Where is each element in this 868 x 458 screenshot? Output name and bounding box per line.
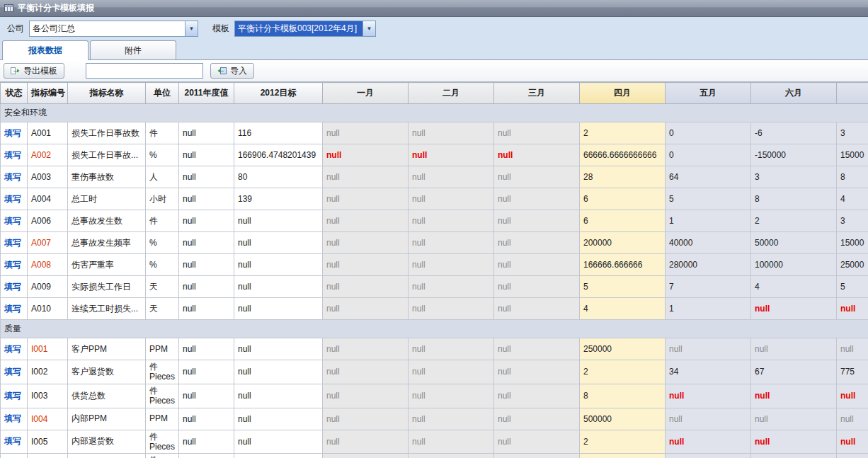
fill-link[interactable]: 填写 [4,344,21,354]
group-row: 安全和环境 [1,104,868,122]
export-icon [11,67,20,75]
fill-link[interactable]: 填写 [4,436,21,446]
month-value-cell: null [409,408,494,430]
month-value-cell: null [666,384,751,408]
month-value-cell: null [494,122,580,144]
month-value-cell: null [409,384,494,408]
status-cell: 填写 [1,254,28,276]
fill-link[interactable]: 填写 [4,367,21,377]
fill-link[interactable]: 填写 [4,216,21,226]
target-2012-cell: null [234,384,323,408]
table-header: 状态指标编号指标名称单位2011年度值2012目标一月二月三月四月五月六月 [1,83,868,104]
month-value-cell: null [494,298,580,320]
import-button[interactable]: 导入 [210,63,254,79]
month-value-cell: null [323,298,409,320]
month-value-cell: null [409,298,494,320]
chevron-down-icon[interactable]: ▼ [362,21,375,36]
company-select[interactable]: 各公司汇总 ▼ [29,21,198,37]
month-value-cell: null [494,144,580,166]
month-value-cell: 25000 [837,254,868,276]
unit-cell: 人 [146,166,179,188]
fill-link[interactable]: 填写 [4,413,21,423]
month-value-cell: null [323,384,409,408]
month-value-cell: 4 [580,298,666,320]
group-title: 质量 [1,320,868,338]
month-value-cell: 0 [666,144,751,166]
company-label: 公司 [7,23,24,35]
status-cell: 填写 [1,408,28,430]
chevron-down-icon[interactable]: ▼ [185,21,198,36]
month-value-cell: null [323,360,409,384]
month-value-cell: null [751,454,837,458]
month-value-cell: null [837,384,868,408]
fill-link[interactable]: 填写 [4,150,21,160]
scorecard-table: 状态指标编号指标名称单位2011年度值2012目标一月二月三月四月五月六月 安全… [0,82,868,458]
month-value-cell: 500000 [580,408,666,430]
window-title: 平衡计分卡模板填报 [18,2,94,14]
template-label: 模板 [212,23,229,35]
status-cell: 填写 [1,360,28,384]
fill-link[interactable]: 填写 [4,260,21,270]
fill-link[interactable]: 填写 [4,128,21,138]
month-value-cell: 100000 [751,254,837,276]
fill-link[interactable]: 填写 [4,238,21,248]
month-value-cell: null [409,232,494,254]
indicator-code-cell: I004 [28,408,68,430]
tab-strip: 报表数据 附件 [0,40,868,60]
month-value-cell: null [323,454,409,458]
month-value-cell: null [323,254,409,276]
fill-link[interactable]: 填写 [4,391,21,401]
fill-link[interactable]: 填写 [4,282,21,292]
month-value-cell: null [409,338,494,360]
month-value-cell: 15000 [837,144,868,166]
month-value-cell: null [837,408,868,430]
month-value-cell: null [323,210,409,232]
target-2012-cell: 116 [234,122,323,144]
month-value-cell: 7 [666,276,751,298]
month-value-cell: 250000 [580,338,666,360]
month-value-cell: 3 [751,166,837,188]
unit-cell: 件 Pieces [146,454,179,458]
column-header: 一月 [323,83,409,104]
month-value-cell: null [494,360,580,384]
target-2012-cell: null [234,210,323,232]
template-select[interactable]: 平衡计分卡模板003[2012年4月] ▼ [234,21,376,37]
import-file-input[interactable] [86,63,203,79]
month-value-cell: 5 [580,276,666,298]
month-value-cell: 1 [666,298,751,320]
column-header: 三月 [494,83,580,104]
month-value-cell: null [751,384,837,408]
month-value-cell: null [837,298,868,320]
fill-link[interactable]: 填写 [4,172,21,182]
target-2012-cell: null [234,298,323,320]
export-template-button[interactable]: 导出模板 [4,63,64,79]
target-2012-cell: null [234,360,323,384]
filter-toolbar: 公司 各公司汇总 ▼ 模板 平衡计分卡模板003[2012年4月] ▼ [0,17,868,40]
month-value-cell: 2 [580,360,666,384]
month-value-cell: null [751,298,837,320]
indicator-code-cell: A010 [28,298,68,320]
indicator-name-cell: 供货总数 [68,384,146,408]
action-bar: 导出模板 导入 [0,60,868,82]
tab-attachments[interactable]: 附件 [90,40,176,59]
status-cell: 填写 [1,122,28,144]
unit-cell: % [146,232,179,254]
group-title: 安全和环境 [1,104,868,122]
fill-link[interactable]: 填写 [4,194,21,204]
indicator-code-cell: A003 [28,166,68,188]
month-value-cell: null [409,166,494,188]
indicator-code-cell: A009 [28,276,68,298]
value-2011-cell: null [179,276,234,298]
month-value-cell: null [323,122,409,144]
tab-report-data[interactable]: 报表数据 [2,40,88,60]
indicator-row: 填写A002损失工作日事故...%null166906.4748201439nu… [1,144,868,166]
value-2011-cell: null [179,188,234,210]
month-value-cell: null [323,188,409,210]
indicator-row: 填写I005内部退货数件 Piecesnullnullnullnullnull2… [1,430,868,454]
value-2011-cell: null [179,360,234,384]
month-value-cell: 775 [837,360,868,384]
group-row: 质量 [1,320,868,338]
month-value-cell: 3 [837,122,868,144]
fill-link[interactable]: 填写 [4,304,21,314]
month-value-cell: null [494,210,580,232]
